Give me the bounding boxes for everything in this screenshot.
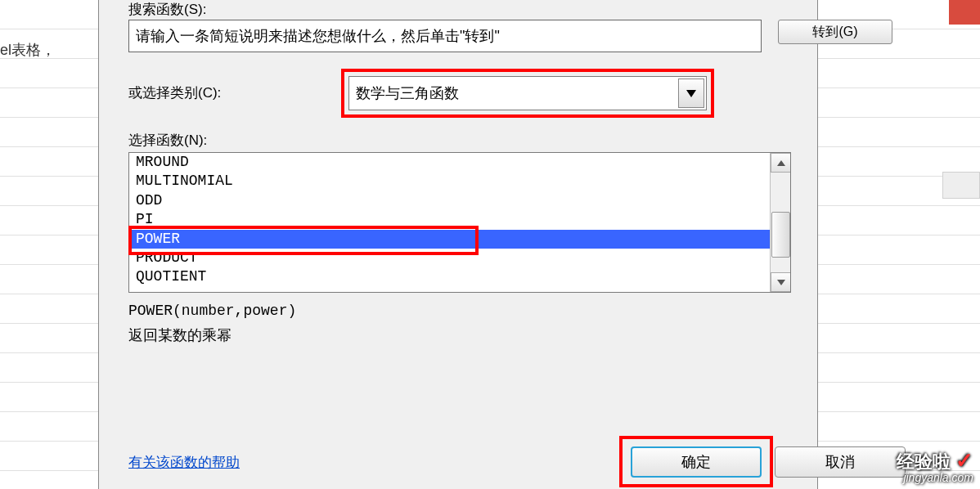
chevron-down-icon[interactable]: [678, 79, 704, 108]
category-dropdown[interactable]: 数学与三角函数: [348, 76, 707, 110]
function-item[interactable]: PRODUCT: [129, 249, 790, 267]
checkmark-icon: ✓: [955, 448, 973, 473]
function-item[interactable]: MULTINOMIAL: [129, 172, 790, 191]
watermark-title: 经验啦: [897, 451, 951, 472]
background-text: el表格，: [0, 40, 56, 60]
ok-button[interactable]: 确定: [631, 446, 762, 478]
watermark: 经验啦 ✓ jingyanla.com: [897, 450, 973, 484]
search-input-text: 请输入一条简短说明来描述您想做什么，然后单击"转到": [136, 26, 500, 46]
function-item[interactable]: PI: [129, 210, 790, 229]
function-item[interactable]: ODD: [129, 191, 790, 210]
background-gray-box: [942, 172, 980, 199]
scroll-up-icon[interactable]: [771, 153, 791, 173]
select-function-label: 选择函数(N):: [128, 131, 207, 150]
insert-function-dialog: 搜索函数(S): 请输入一条简短说明来描述您想做什么，然后单击"转到" 转到(G…: [98, 0, 818, 489]
scroll-thumb[interactable]: [771, 212, 790, 258]
function-item[interactable]: QUOTIENT: [129, 267, 790, 286]
background-red-accent: [949, 0, 980, 25]
function-item[interactable]: MROUND: [129, 153, 790, 172]
watermark-url: jingyanla.com: [897, 471, 973, 484]
function-signature: POWER(number,power): [128, 303, 296, 319]
search-function-label: 搜索函数(S):: [128, 0, 206, 19]
listbox-scrollbar[interactable]: [770, 153, 790, 292]
function-listbox[interactable]: MROUNDMULTINOMIALODDPIPOWERPRODUCTQUOTIE…: [128, 152, 791, 293]
goto-button[interactable]: 转到(G): [778, 20, 892, 44]
category-dropdown-value: 数学与三角函数: [356, 83, 459, 103]
category-label: 或选择类别(C):: [128, 83, 221, 102]
search-function-input[interactable]: 请输入一条简短说明来描述您想做什么，然后单击"转到": [128, 20, 762, 52]
scroll-down-icon[interactable]: [771, 272, 791, 292]
cancel-button[interactable]: 取消: [775, 446, 906, 478]
function-item[interactable]: POWER: [129, 230, 790, 249]
help-link[interactable]: 有关该函数的帮助: [128, 453, 240, 472]
function-description: 返回某数的乘幂: [128, 325, 232, 345]
